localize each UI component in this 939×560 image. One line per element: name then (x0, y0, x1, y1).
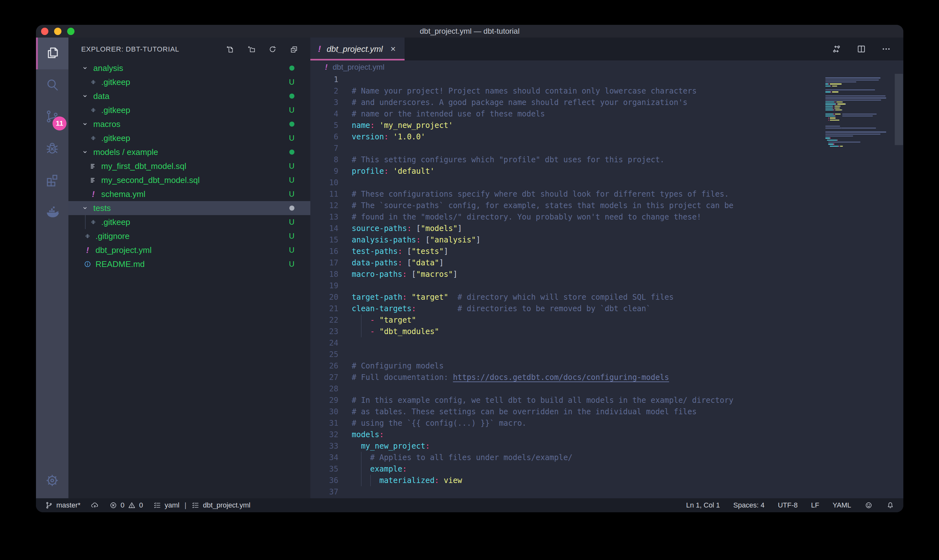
line-number-4[interactable]: 4 (310, 109, 339, 118)
code-line-22[interactable]: 22 - "target" (310, 314, 904, 326)
tree-item-my-first-dbt-model-sql[interactable]: my_first_dbt_model.sqlU (68, 159, 310, 173)
line-number-7[interactable]: 7 (310, 144, 339, 153)
chevron-down-icon[interactable] (81, 92, 89, 100)
line-number-26[interactable]: 26 (310, 362, 339, 370)
yaml-language-status[interactable]: yaml (153, 501, 179, 509)
activity-settings[interactable] (36, 465, 68, 497)
activity-docker[interactable] (36, 197, 68, 228)
code-line-23[interactable]: 23 - "dbt_modules" (310, 326, 904, 337)
cursor-position[interactable]: Ln 1, Col 1 (686, 501, 720, 509)
line-number-15[interactable]: 15 (310, 235, 339, 245)
code-line-32[interactable]: 32models: (310, 429, 904, 440)
code-line-11[interactable]: 11# These configurations specify where d… (310, 188, 904, 200)
code-line-18[interactable]: 18macro-paths: ["macros"] (310, 269, 904, 280)
line-number-3[interactable]: 3 (310, 98, 339, 107)
chevron-down-icon[interactable] (81, 64, 89, 72)
minimap[interactable] (825, 75, 893, 498)
line-number-30[interactable]: 30 (310, 407, 339, 416)
code-line-10[interactable]: 10 (310, 177, 904, 188)
code-line-6[interactable]: 6version: '1.0.0' (310, 131, 904, 143)
line-number-23[interactable]: 23 (310, 327, 339, 336)
notifications-bell-icon[interactable] (886, 501, 894, 509)
line-number-33[interactable]: 33 (310, 442, 339, 451)
tree-item-my-second-dbt-model-sql[interactable]: my_second_dbt_model.sqlU (68, 173, 310, 187)
line-number-25[interactable]: 25 (310, 350, 339, 359)
code-line-37[interactable]: 37 (310, 486, 904, 498)
code-line-31[interactable]: 31# using the `{{ config(...) }}` macro. (310, 417, 904, 429)
line-number-12[interactable]: 12 (310, 201, 339, 210)
activity-explorer[interactable] (36, 37, 68, 69)
code-line-14[interactable]: 14source-paths: ["models"] (310, 223, 904, 234)
code-line-35[interactable]: 35 example: (310, 463, 904, 475)
problems-status[interactable]: 0 0 (109, 501, 143, 509)
chevron-down-icon[interactable] (81, 148, 89, 156)
code-line-9[interactable]: 9profile: 'default' (310, 165, 904, 177)
code-line-27[interactable]: 27# Full documentation: https://docs.get… (310, 372, 904, 383)
tree-item-analysis[interactable]: analysis (68, 61, 310, 75)
chevron-down-icon[interactable] (81, 120, 89, 128)
line-number-10[interactable]: 10 (310, 178, 339, 187)
language-mode[interactable]: YAML (833, 501, 851, 509)
code-line-24[interactable]: 24 (310, 337, 904, 349)
code-line-12[interactable]: 12# The `source-paths` config, for examp… (310, 200, 904, 211)
line-number-27[interactable]: 27 (310, 373, 339, 382)
close-button[interactable] (41, 28, 48, 35)
code-line-8[interactable]: 8# This setting configures which "profil… (310, 154, 904, 165)
code-line-30[interactable]: 30# as tables. These settings can be ove… (310, 406, 904, 417)
line-number-22[interactable]: 22 (310, 315, 339, 325)
line-number-19[interactable]: 19 (310, 281, 339, 290)
tree-item-macros[interactable]: macros (68, 117, 310, 131)
tree-item-dbt-project-yml[interactable]: !dbt_project.ymlU (68, 243, 310, 257)
eol-status[interactable]: LF (811, 501, 819, 509)
publish-changes-button[interactable] (91, 501, 99, 509)
code-line-15[interactable]: 15analysis-paths: ["analysis"] (310, 234, 904, 246)
code-line-5[interactable]: 5name: 'my_new_project' (310, 120, 904, 131)
code-line-17[interactable]: 17data-paths: ["data"] (310, 257, 904, 269)
activity-extensions[interactable] (36, 165, 68, 197)
line-number-5[interactable]: 5 (310, 121, 339, 130)
scrollbar-thumb[interactable] (895, 74, 903, 145)
new-folder-icon[interactable] (247, 45, 256, 54)
code-line-4[interactable]: 4# name or the intended use of these mod… (310, 108, 904, 120)
code-line-7[interactable]: 7 (310, 143, 904, 154)
refresh-icon[interactable] (268, 45, 277, 54)
code-line-1[interactable]: 1 (310, 74, 904, 85)
line-number-9[interactable]: 9 (310, 167, 339, 175)
tree-item-models-example[interactable]: models / example (68, 145, 310, 159)
code-line-36[interactable]: 36 materialized: view (310, 475, 904, 486)
line-number-31[interactable]: 31 (310, 419, 339, 428)
line-number-11[interactable]: 11 (310, 190, 339, 198)
line-number-17[interactable]: 17 (310, 258, 339, 267)
tab-dbt-project-yml[interactable]: ! dbt_project.yml × (310, 37, 405, 60)
line-number-28[interactable]: 28 (310, 385, 339, 393)
git-branch-status[interactable]: master* (45, 501, 80, 509)
new-file-icon[interactable] (226, 45, 234, 54)
breadcrumb-file[interactable]: dbt_project.yml (332, 63, 385, 72)
line-number-16[interactable]: 16 (310, 247, 339, 256)
tree-item-schema-yml[interactable]: !schema.ymlU (68, 187, 310, 201)
line-number-8[interactable]: 8 (310, 155, 339, 164)
tab-close-icon[interactable]: × (391, 44, 396, 54)
code-line-16[interactable]: 16test-paths: ["tests"] (310, 246, 904, 257)
line-number-2[interactable]: 2 (310, 86, 339, 95)
code-editor[interactable]: 12# Name your project! Project names sho… (310, 74, 904, 498)
code-line-19[interactable]: 19 (310, 280, 904, 291)
yaml-schema-status[interactable]: dbt_project.yml (191, 501, 250, 509)
line-number-1[interactable]: 1 (310, 75, 339, 84)
activity-debug[interactable] (36, 133, 68, 165)
line-number-34[interactable]: 34 (310, 453, 339, 462)
line-number-18[interactable]: 18 (310, 270, 339, 279)
tree-item--gitkeep[interactable]: .gitkeepU (68, 215, 310, 229)
activity-source-control[interactable]: 11 (36, 101, 68, 133)
split-editor-icon[interactable] (856, 44, 867, 54)
activity-search[interactable] (36, 69, 68, 101)
tree-item-tests[interactable]: tests (68, 201, 310, 215)
encoding-status[interactable]: UTF-8 (778, 501, 798, 509)
line-number-24[interactable]: 24 (310, 338, 339, 348)
chevron-down-icon[interactable] (81, 204, 89, 212)
code-line-3[interactable]: 3# and underscores. A good package name … (310, 97, 904, 108)
line-number-6[interactable]: 6 (310, 132, 339, 141)
code-line-26[interactable]: 26# Configuring models (310, 360, 904, 372)
indentation-status[interactable]: Spaces: 4 (733, 501, 765, 509)
line-number-36[interactable]: 36 (310, 476, 339, 485)
